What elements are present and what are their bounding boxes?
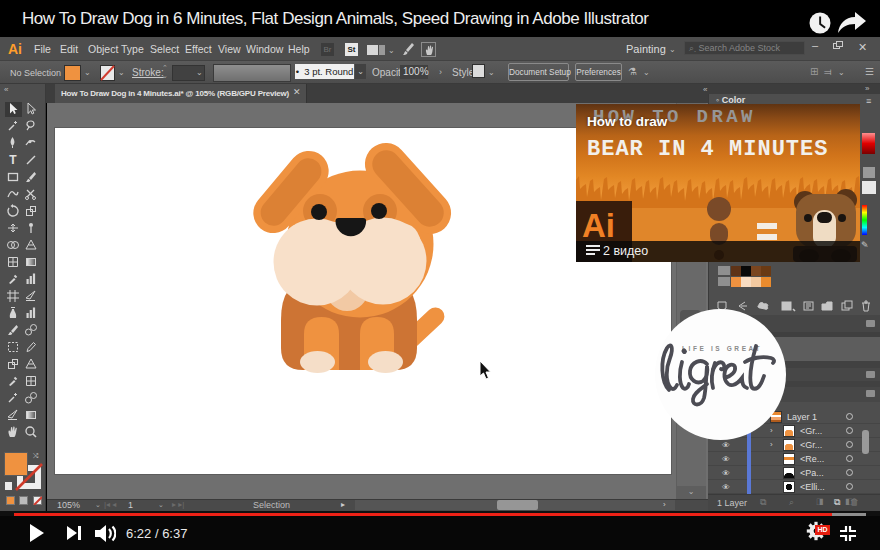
svg-text:T: T (9, 153, 17, 167)
